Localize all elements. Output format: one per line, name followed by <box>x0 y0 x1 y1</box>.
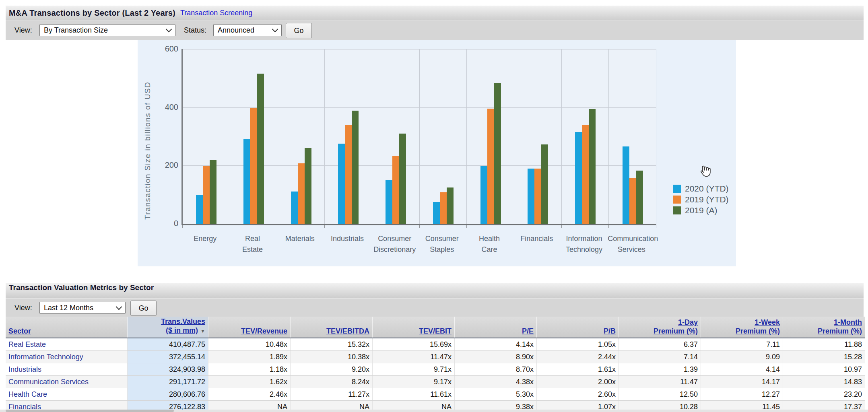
cell-pe: 4.14x <box>455 338 537 350</box>
page-title: M&A Transactions by Sector (Last 2 Years… <box>9 8 175 18</box>
table-row-real-estate: Real Estate410,487.7510.48x15.32x15.69x4… <box>6 338 865 351</box>
status-select[interactable]: Announced <box>213 24 282 36</box>
legend-item-2020-ytd-[interactable]: 2020 (YTD) <box>673 184 729 194</box>
bar-2020-ytd--materials[interactable] <box>291 192 298 224</box>
bar-2019-a--communication-services[interactable] <box>636 171 643 224</box>
sector-link[interactable]: Information Technology <box>6 351 128 363</box>
sector-link[interactable]: Communication Services <box>6 376 128 388</box>
bar-2020-ytd--information-technology[interactable] <box>575 132 582 224</box>
cell-premium-1week: 4.14 <box>701 363 783 375</box>
cell-pb: 1.05x <box>537 338 619 350</box>
bar-2019-a--industrials[interactable] <box>352 111 359 224</box>
cell-premium-1day: 1.39 <box>619 363 701 375</box>
sector-link[interactable]: Industrials <box>6 363 128 375</box>
column-header-premium-1week[interactable]: 1-WeekPremium (%) <box>701 317 783 338</box>
v-gridline <box>230 49 230 224</box>
horizontal-scrollbar-track[interactable] <box>0 410 868 412</box>
bar-2019-ytd--health-care[interactable] <box>487 109 494 224</box>
cell-trans-values: 410,487.75 <box>128 338 208 350</box>
x-axis-label-consumer-staples: ConsumerStaples <box>419 233 466 255</box>
chart-section-header: M&A Transactions by Sector (Last 2 Years… <box>6 6 864 21</box>
bar-2020-ytd--industrials[interactable] <box>338 144 345 224</box>
legend-item-2019-a-[interactable]: 2019 (A) <box>673 206 717 215</box>
cell-tev-ebitda: 9.20x <box>291 363 373 375</box>
legend-label: 2019 (A) <box>685 206 717 215</box>
transaction-screening-link[interactable]: Transaction Screening <box>180 9 252 17</box>
mouse-cursor-hand-icon <box>699 165 711 180</box>
bar-2019-a--financials[interactable] <box>541 144 548 224</box>
column-header-pe[interactable]: P/E <box>455 317 537 338</box>
sector-link[interactable]: Real Estate <box>6 338 128 350</box>
bar-2019-a--consumer-staples[interactable] <box>447 187 454 224</box>
chevron-down-icon <box>116 303 122 310</box>
table-header-row: SectorTrans.Values($ in mm)▼TEV/RevenueT… <box>6 317 865 338</box>
cell-tev-ebitda: 11.27x <box>291 388 373 400</box>
sort-desc-icon: ▼ <box>200 327 205 336</box>
table-row-industrials: Industrials324,903.981.18x9.20x9.71x8.70… <box>6 363 865 376</box>
table-row-health-care: Health Care280,606.762.46x11.27x11.61x5.… <box>6 388 865 401</box>
column-header-sector[interactable]: Sector <box>6 317 128 338</box>
legend-swatch-icon <box>673 206 681 214</box>
bar-2019-a--consumer-discretionary[interactable] <box>399 134 406 224</box>
chart-go-button[interactable]: Go <box>286 23 312 38</box>
bar-2019-ytd--financials[interactable] <box>534 169 541 224</box>
bar-2019-a--energy[interactable] <box>210 160 216 224</box>
bar-2019-a--materials[interactable] <box>305 148 311 224</box>
bar-2020-ytd--consumer-discretionary[interactable] <box>386 180 392 224</box>
cell-tev-ebit: 9.71x <box>373 363 455 375</box>
column-header-premium-1month[interactable]: 1-MonthPremium (%) <box>783 317 865 338</box>
x-axis-label-energy: Energy <box>181 233 229 244</box>
cell-tev-ebit: 11.47x <box>373 351 455 363</box>
bar-2020-ytd--financials[interactable] <box>528 169 534 224</box>
chart-toolbar: View: By Transaction Size Status: Announ… <box>6 21 864 40</box>
bar-2019-a--health-care[interactable] <box>494 83 501 224</box>
bar-2019-a--real-estate[interactable] <box>257 74 264 224</box>
x-axis-tick <box>561 225 562 228</box>
v-gridline <box>324 49 325 224</box>
x-axis-tick <box>656 225 656 228</box>
x-axis-label-real-estate: RealEstate <box>229 233 276 255</box>
column-header-tev-ebit[interactable]: TEV/EBIT <box>373 317 455 338</box>
column-header-pb[interactable]: P/B <box>537 317 619 338</box>
column-header-trans-values[interactable]: Trans.Values($ in mm)▼ <box>128 317 208 338</box>
cell-tev-ebit: 11.61x <box>373 388 455 400</box>
x-axis-label-information-technology: InformationTechnology <box>561 233 608 255</box>
view-select[interactable]: By Transaction Size <box>39 24 175 36</box>
legend-swatch-icon <box>673 185 681 193</box>
cell-premium-1day: 7.14 <box>619 351 701 363</box>
bar-2019-ytd--energy[interactable] <box>203 166 210 224</box>
bar-2020-ytd--real-estate[interactable] <box>243 139 250 224</box>
bar-2019-ytd--industrials[interactable] <box>345 125 352 224</box>
x-axis-tick <box>372 225 372 228</box>
bar-2019-ytd--consumer-staples[interactable] <box>440 192 447 224</box>
bar-chart: Transaction Size in billions of USD 0200… <box>138 40 736 266</box>
table-view-select[interactable]: Last 12 Months <box>39 302 126 314</box>
column-header-premium-1day[interactable]: 1-DayPremium (%) <box>619 317 701 338</box>
cell-pb: 1.61x <box>537 363 619 375</box>
x-axis-label-health-care: HealthCare <box>466 233 513 255</box>
bar-2020-ytd--energy[interactable] <box>196 195 203 224</box>
cell-tev-ebitda: 15.32x <box>291 338 373 350</box>
x-axis-tick <box>466 225 467 228</box>
bar-2019-ytd--real-estate[interactable] <box>250 108 257 224</box>
cell-pb: 2.00x <box>537 376 619 388</box>
bar-2019-ytd--consumer-discretionary[interactable] <box>392 156 399 224</box>
bar-2019-ytd--materials[interactable] <box>298 163 305 224</box>
column-header-tev-ebitda[interactable]: TEV/EBITDA <box>291 317 373 338</box>
y-axis-title: Transaction Size in billions of USD <box>143 68 152 233</box>
column-header-tev-revenue[interactable]: TEV/Revenue <box>208 317 291 338</box>
x-axis-label-materials: Materials <box>276 233 324 244</box>
bar-2019-ytd--information-technology[interactable] <box>582 125 589 224</box>
bar-2019-a--information-technology[interactable] <box>589 109 596 224</box>
bar-2020-ytd--communication-services[interactable] <box>623 146 629 224</box>
bar-2020-ytd--consumer-staples[interactable] <box>433 202 440 224</box>
cell-pe: 8.70x <box>455 363 537 375</box>
bar-2020-ytd--health-care[interactable] <box>480 166 487 224</box>
horizontal-scrollbar-thumb[interactable] <box>6 410 174 412</box>
table-section-header: Transaction Valuation Metrics by Sector <box>6 283 864 298</box>
bar-2019-ytd--communication-services[interactable] <box>629 178 636 224</box>
legend-item-2019-ytd-[interactable]: 2019 (YTD) <box>673 195 729 204</box>
sector-link[interactable]: Health Care <box>6 388 128 400</box>
table-go-button[interactable]: Go <box>130 301 157 316</box>
cell-pe: 8.90x <box>455 351 537 363</box>
